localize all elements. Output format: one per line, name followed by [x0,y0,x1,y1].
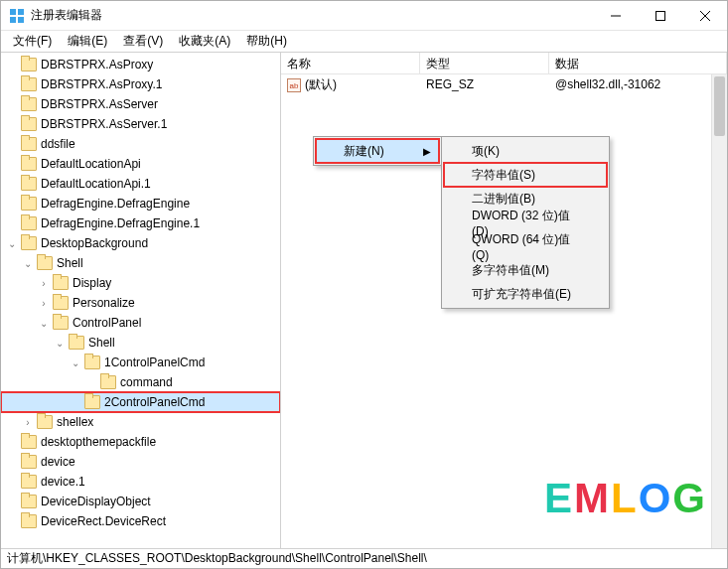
tree-node-label: DBRSTPRX.AsProxy [41,58,159,71]
folder-icon [21,58,37,71]
tree-node-label: DefaultLocationApi [41,157,147,171]
context-menu-item[interactable]: 项(K) [444,139,607,163]
column-headers: 名称 类型 数据 [281,53,727,74]
folder-icon [84,395,100,409]
tree-node[interactable]: device [1,452,280,472]
tree-node[interactable]: DBRSTPRX.AsProxy [1,55,280,74]
tree-node[interactable]: DBRSTPRX.AsServer.1 [1,114,280,134]
column-header-data[interactable]: 数据 [549,53,727,73]
context-submenu-new[interactable]: 项(K)字符串值(S)二进制值(B)DWORD (32 位)值(D)QWORD … [441,136,610,309]
menu-bar: 文件(F) 编辑(E) 查看(V) 收藏夹(A) 帮助(H) [1,31,727,53]
value-type-cell: REG_SZ [420,77,549,91]
tree-node[interactable]: command [1,372,280,392]
collapse-icon[interactable]: ⌄ [21,258,35,269]
expand-icon[interactable]: › [37,298,51,309]
collapse-icon[interactable]: ⌄ [5,238,19,249]
context-menu-item-label: 字符串值(S) [472,167,535,184]
menu-favorites[interactable]: 收藏夹(A) [171,31,238,52]
tree-node[interactable]: DefaultLocationApi.1 [1,174,280,194]
menu-help[interactable]: 帮助(H) [238,31,295,52]
string-value-icon: ab [287,78,301,92]
tree-node-label: 1ControlPanelCmd [104,356,211,369]
context-menu-item[interactable]: QWORD (64 位)值(Q) [444,234,607,258]
tree-node[interactable]: DefragEngine.DefragEngine [1,194,280,213]
tree-pane[interactable]: DBRSTPRX.AsProxyDBRSTPRX.AsProxy.1DBRSTP… [1,53,281,548]
expand-icon[interactable]: › [37,278,51,289]
tree-node-label: DBRSTPRX.AsServer.1 [41,117,173,131]
tree-node-label: device.1 [41,475,91,489]
folder-icon [21,236,37,250]
folder-icon [21,157,37,171]
tree-node[interactable]: DefaultLocationApi [1,154,280,174]
tree-node[interactable]: DeviceRect.DeviceRect [1,511,280,531]
tree-node[interactable]: ›Personalize [1,293,280,313]
menu-view[interactable]: 查看(V) [115,31,171,52]
column-header-name[interactable]: 名称 [281,53,420,73]
tree-node-label: device [41,455,81,469]
folder-icon [21,495,37,508]
value-list-pane: 名称 类型 数据 ab(默认)REG_SZ@shell32.dll,-31062… [281,53,727,548]
value-row[interactable]: ab(默认)REG_SZ@shell32.dll,-31062 [281,74,727,94]
folder-icon [21,514,37,528]
app-icon [9,8,25,24]
logo-char: O [639,475,673,522]
tree-node-label: DeviceRect.DeviceRect [41,514,172,528]
context-menu-item[interactable]: 新建(N)▶ [316,139,439,163]
tree-node-label: Display [73,276,117,290]
tree-node[interactable]: desktopthemepackfile [1,432,280,452]
expand-icon[interactable]: › [21,417,35,428]
folder-icon [69,336,84,350]
maximize-button[interactable] [638,1,682,31]
folder-icon [21,137,37,151]
context-menu[interactable]: 新建(N)▶ [313,136,442,166]
splitter[interactable] [280,53,284,548]
collapse-icon[interactable]: ⌄ [53,338,67,349]
tree-node[interactable]: DeviceDisplayObject [1,492,280,511]
context-menu-item[interactable]: 字符串值(S) [444,163,607,187]
tree-node-label: DefragEngine.DefragEngine.1 [41,216,206,230]
tree-node-label: DesktopBackground [41,236,154,250]
folder-icon [21,216,37,230]
tree-node[interactable]: ⌄DesktopBackground [1,233,280,253]
folder-icon [21,435,37,449]
tree-node[interactable]: ddsfile [1,134,280,154]
folder-icon [53,296,69,310]
tree-node-label: command [120,375,179,389]
tree-node[interactable]: 2ControlPanelCmd [1,392,280,412]
maximize-icon [655,11,665,21]
tree-node[interactable]: device.1 [1,472,280,492]
tree-node[interactable]: DBRSTPRX.AsProxy.1 [1,74,280,94]
context-menu-item[interactable]: 多字符串值(M) [444,258,607,282]
value-data-cell: @shell32.dll,-31062 [549,77,727,91]
list-scrollbar[interactable] [711,74,727,548]
minimize-button[interactable] [593,1,638,31]
tree-node[interactable]: ⌄Shell [1,253,280,273]
tree-node[interactable]: ⌄Shell [1,333,280,353]
title-bar: 注册表编辑器 [1,1,727,31]
context-menu-item[interactable]: 可扩充字符串值(E) [444,282,607,306]
tree-node-label: DefragEngine.DefragEngine [41,197,196,211]
tree-node[interactable]: ⌄1ControlPanelCmd [1,353,280,372]
close-button[interactable] [682,1,727,31]
tree-node[interactable]: DefragEngine.DefragEngine.1 [1,213,280,233]
minimize-icon [611,11,621,21]
collapse-icon[interactable]: ⌄ [37,318,51,329]
tree-node[interactable]: ›shellex [1,412,280,432]
tree-node-label: Shell [57,256,89,270]
column-header-type[interactable]: 类型 [420,53,549,73]
tree-node-label: Shell [88,336,121,350]
tree-node-label: desktopthemepackfile [41,435,162,449]
collapse-icon[interactable]: ⌄ [69,357,82,368]
scrollbar-thumb[interactable] [714,76,725,136]
tree-node[interactable]: ⌄ControlPanel [1,313,280,333]
menu-file[interactable]: 文件(F) [5,31,60,52]
tree-node[interactable]: ›Display [1,273,280,293]
tree-node-label: 2ControlPanelCmd [104,395,211,409]
folder-icon [21,77,37,91]
folder-icon [21,97,37,111]
context-menu-item-label: QWORD (64 位)值(Q) [472,231,577,262]
menu-edit[interactable]: 编辑(E) [60,31,115,52]
value-rows: ab(默认)REG_SZ@shell32.dll,-31062 [281,74,727,94]
tree-node[interactable]: DBRSTPRX.AsServer [1,94,280,114]
tree-node-label: Personalize [73,296,141,310]
